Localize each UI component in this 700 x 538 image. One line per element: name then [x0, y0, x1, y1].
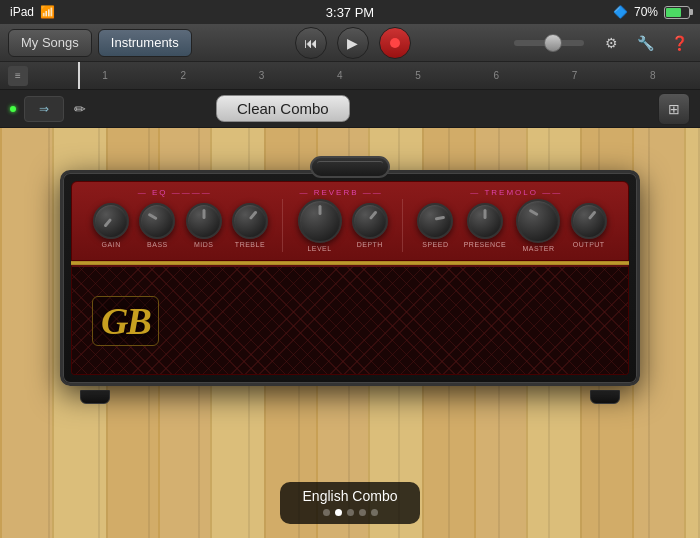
timeline-num-4: 4 [301, 70, 379, 81]
volume-thumb [544, 34, 562, 52]
preset-dot-2[interactable] [335, 509, 342, 516]
bluetooth-icon: 🔷 [613, 5, 628, 19]
timeline: ≡ 1 2 3 4 5 6 7 8 [0, 62, 700, 90]
volume-control[interactable] [514, 40, 584, 46]
bass-knob-group: BASS [139, 203, 175, 248]
grid-icon: ⊞ [668, 101, 680, 117]
pencil-icon[interactable]: ✏ [74, 101, 86, 117]
wifi-icon: 📶 [40, 5, 55, 19]
timeline-num-2: 2 [144, 70, 222, 81]
amp-foot-left [80, 390, 110, 404]
track-controls: ⇒ ✏ Clean Combo ⊞ [0, 90, 700, 128]
amp-container: — EQ ———— — REVERB —— — TREMOLO —— GAIN … [60, 148, 640, 404]
my-songs-button[interactable]: My Songs [8, 29, 92, 57]
preset-name: English Combo [300, 488, 400, 504]
level-knob-group: LEVEL [298, 199, 342, 252]
eq-label: — EQ ———— [138, 188, 212, 197]
tremolo-label: — TREMOLO —— [470, 188, 562, 197]
playhead [78, 62, 80, 89]
amp-foot-right [590, 390, 620, 404]
output-knob[interactable] [571, 203, 607, 239]
preset-dots [300, 509, 400, 516]
amp-bottom-panel: GB [71, 265, 629, 375]
right-icons: ⚙ 🔧 ❓ [598, 30, 692, 56]
battery-fill [666, 8, 681, 17]
timeline-numbers: 1 2 3 4 5 6 7 8 [36, 70, 692, 81]
presence-label: PRESENCE [464, 241, 507, 248]
settings-icon[interactable]: 🔧 [632, 30, 658, 56]
master-knob-group: MASTER [516, 199, 560, 252]
track-icon: ≡ [8, 66, 28, 86]
cable-icon: ⇒ [39, 102, 49, 116]
grid-icon-btn[interactable]: ⊞ [658, 93, 690, 125]
amp-control-panel: — EQ ———— — REVERB —— — TREMOLO —— GAIN … [71, 181, 629, 261]
section-labels: — EQ ———— — REVERB —— — TREMOLO —— [84, 188, 616, 197]
preset-dot-4[interactable] [359, 509, 366, 516]
speed-label: SPEED [422, 241, 448, 248]
divider-2 [402, 199, 403, 252]
preset-dot-3[interactable] [347, 509, 354, 516]
toolbar: My Songs Instruments ⏮ ▶ ⚙ 🔧 ❓ [0, 24, 700, 62]
mids-knob[interactable] [186, 203, 222, 239]
play-button[interactable]: ▶ [337, 27, 369, 59]
amp-body: — EQ ———— — REVERB —— — TREMOLO —— GAIN … [60, 170, 640, 386]
mixer-icon[interactable]: ⚙ [598, 30, 624, 56]
rewind-button[interactable]: ⏮ [295, 27, 327, 59]
volume-slider[interactable] [514, 40, 584, 46]
timeline-num-5: 5 [379, 70, 457, 81]
timeline-num-6: 6 [457, 70, 535, 81]
knobs-row: GAIN BASS MIDS TREBLE [84, 199, 616, 252]
status-left: iPad 📶 [10, 5, 55, 19]
speed-knob-group: SPEED [417, 203, 453, 248]
depth-knob-group: DEPTH [352, 203, 388, 248]
battery-percent: 70% [634, 5, 658, 19]
preset-dot-5[interactable] [371, 509, 378, 516]
bass-label: BASS [147, 241, 168, 248]
battery-bar [664, 6, 690, 19]
main-content: — EQ ———— — REVERB —— — TREMOLO —— GAIN … [0, 128, 700, 538]
bass-knob[interactable] [139, 203, 175, 239]
timeline-num-7: 7 [536, 70, 614, 81]
mids-label: MIDS [194, 241, 214, 248]
level-label: LEVEL [307, 245, 331, 252]
preset-dot-1[interactable] [323, 509, 330, 516]
output-knob-group: OUTPUT [571, 203, 607, 248]
master-label: MASTER [522, 245, 554, 252]
depth-knob[interactable] [352, 203, 388, 239]
gain-knob[interactable] [93, 203, 129, 239]
record-dot [390, 38, 400, 48]
timeline-num-3: 3 [223, 70, 301, 81]
presence-knob[interactable] [467, 203, 503, 239]
cable-icon-btn[interactable]: ⇒ [24, 96, 64, 122]
output-label: OUTPUT [573, 241, 605, 248]
preset-selector[interactable]: English Combo [280, 482, 420, 524]
status-bar: iPad 📶 3:37 PM 🔷 70% [0, 0, 700, 24]
treble-knob[interactable] [232, 203, 268, 239]
timeline-num-8: 8 [614, 70, 692, 81]
amp-feet [60, 390, 640, 404]
device-label: iPad [10, 5, 34, 19]
time-display: 3:37 PM [326, 5, 374, 20]
amp-handle [310, 156, 390, 178]
amp-logo: GB [92, 296, 159, 346]
gain-knob-group: GAIN [93, 203, 129, 248]
record-button[interactable] [379, 27, 411, 59]
mids-knob-group: MIDS [186, 203, 222, 248]
speed-knob[interactable] [417, 203, 453, 239]
help-icon[interactable]: ❓ [666, 30, 692, 56]
reverb-label: — REVERB —— [299, 188, 382, 197]
divider-1 [282, 199, 283, 252]
gain-label: GAIN [102, 241, 121, 248]
instruments-button[interactable]: Instruments [98, 29, 192, 57]
presence-knob-group: PRESENCE [464, 203, 507, 248]
treble-label: TREBLE [235, 241, 265, 248]
led-indicator [10, 106, 16, 112]
preset-button[interactable]: Clean Combo [216, 95, 350, 122]
treble-knob-group: TREBLE [232, 203, 268, 248]
level-knob[interactable] [298, 199, 342, 243]
depth-label: DEPTH [357, 241, 383, 248]
master-knob[interactable] [516, 199, 560, 243]
status-right: 🔷 70% [613, 5, 690, 19]
